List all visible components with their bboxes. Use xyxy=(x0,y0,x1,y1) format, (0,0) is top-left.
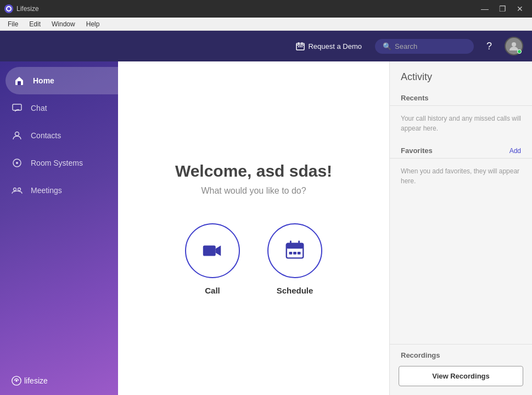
menu-bar: File Edit Window Help xyxy=(0,18,532,31)
sidebar-label-chat: Chat xyxy=(31,104,47,112)
sidebar-label-home: Home xyxy=(33,76,54,85)
search-input[interactable] xyxy=(395,42,461,50)
sidebar-label-contacts: Contacts xyxy=(31,131,61,140)
svg-rect-3 xyxy=(298,46,299,47)
svg-rect-23 xyxy=(298,251,301,254)
svg-point-12 xyxy=(14,188,16,191)
sidebar: Home Chat Contacts xyxy=(0,61,118,395)
meetings-icon xyxy=(11,184,23,196)
recents-title: Recents xyxy=(390,88,532,106)
online-indicator xyxy=(517,49,522,54)
svg-point-11 xyxy=(16,162,18,164)
svg-point-15 xyxy=(15,380,18,382)
svg-rect-16 xyxy=(203,245,216,256)
svg-rect-22 xyxy=(293,251,296,254)
svg-rect-21 xyxy=(289,251,293,254)
call-circle xyxy=(185,223,240,278)
menu-edit[interactable]: Edit xyxy=(24,19,46,29)
search-box: 🔍 xyxy=(375,39,474,54)
favorites-header: Favorites Add xyxy=(390,141,532,159)
svg-rect-1 xyxy=(298,42,299,44)
view-recordings-button[interactable]: View Recordings xyxy=(399,366,523,386)
minimize-button[interactable]: — xyxy=(477,3,492,14)
svg-rect-7 xyxy=(18,81,21,85)
svg-rect-5 xyxy=(301,46,303,47)
welcome-subtitle: What would you like to do? xyxy=(201,186,306,196)
lifesize-logo: lifesize xyxy=(11,375,48,386)
calendar-icon xyxy=(296,42,305,50)
favorites-title: Favorites xyxy=(401,146,433,155)
lifesize-logo-icon xyxy=(11,375,22,386)
main-layout: Home Chat Contacts xyxy=(0,61,532,395)
contacts-icon xyxy=(11,129,23,142)
menu-help[interactable]: Help xyxy=(81,19,105,29)
menu-window[interactable]: Window xyxy=(46,19,81,29)
svg-point-6 xyxy=(512,42,516,47)
sidebar-item-meetings[interactable]: Meetings xyxy=(0,177,118,204)
menu-file[interactable]: File xyxy=(2,19,24,29)
add-favorites-button[interactable]: Add xyxy=(509,147,521,155)
home-icon xyxy=(13,75,25,87)
sidebar-bottom: lifesize xyxy=(0,366,118,395)
sidebar-item-home[interactable]: Home xyxy=(5,67,118,94)
sidebar-item-room-systems[interactable]: Room Systems xyxy=(0,149,118,177)
maximize-button[interactable]: ❐ xyxy=(495,3,510,14)
video-camera-icon xyxy=(201,239,224,262)
call-label: Call xyxy=(205,286,220,295)
sidebar-item-contacts[interactable]: Contacts xyxy=(0,122,118,149)
recordings-title: Recordings xyxy=(390,345,532,364)
call-button[interactable]: Call xyxy=(185,223,240,295)
title-bar-left: Lifesize xyxy=(4,4,39,13)
schedule-circle xyxy=(267,223,322,278)
activity-title: Activity xyxy=(390,61,532,88)
action-buttons: Call Schedule xyxy=(185,223,322,295)
svg-point-9 xyxy=(15,132,19,136)
help-button[interactable]: ? xyxy=(480,37,498,55)
recordings-section: Recordings View Recordings xyxy=(390,344,532,395)
recents-empty-message: Your call history and any missed calls w… xyxy=(390,106,532,141)
app-container: Request a Demo 🔍 ? xyxy=(0,31,532,395)
svg-point-13 xyxy=(18,188,21,191)
app-title: Lifesize xyxy=(16,5,39,13)
schedule-button[interactable]: Schedule xyxy=(267,223,322,295)
svg-rect-18 xyxy=(287,243,304,249)
title-bar: Lifesize — ❐ ✕ xyxy=(0,0,532,18)
sidebar-item-chat[interactable]: Chat xyxy=(0,94,118,122)
top-nav: Request a Demo 🔍 ? xyxy=(0,31,532,61)
request-demo-button[interactable]: Request a Demo xyxy=(289,38,368,54)
window-controls: — ❐ ✕ xyxy=(477,3,528,14)
room-systems-icon xyxy=(11,157,23,169)
sidebar-label-room-systems: Room Systems xyxy=(31,159,83,167)
favorites-empty-message: When you add favorites, they will appear… xyxy=(390,159,532,194)
avatar[interactable] xyxy=(505,37,523,55)
svg-rect-4 xyxy=(300,46,301,47)
app-logo-icon xyxy=(4,4,13,13)
search-icon: 🔍 xyxy=(383,42,391,50)
activity-panel: Activity Recents Your call history and a… xyxy=(389,61,532,395)
close-button[interactable]: ✕ xyxy=(512,3,528,14)
schedule-label: Schedule xyxy=(277,286,313,295)
chat-icon xyxy=(11,102,23,114)
sidebar-label-meetings: Meetings xyxy=(31,186,62,195)
welcome-title: Welcome, asd sdas! xyxy=(175,162,332,180)
svg-rect-2 xyxy=(301,42,303,44)
calendar-schedule-icon xyxy=(283,239,306,262)
content-area: Welcome, asd sdas! What would you like t… xyxy=(118,61,389,395)
